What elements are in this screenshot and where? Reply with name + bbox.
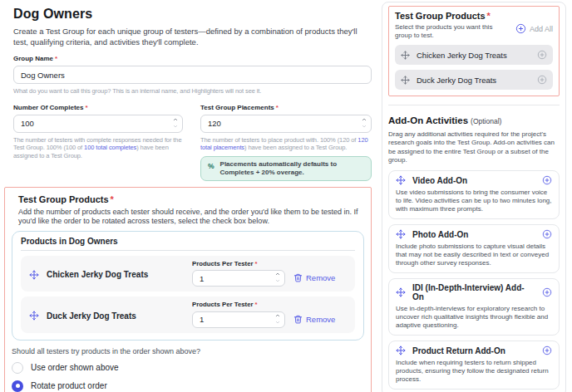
section-description: Add the number of products each tester s… [18,208,364,226]
add-product-icon[interactable] [537,50,547,60]
radio-selected-icon[interactable] [12,380,23,392]
add-addon-icon[interactable] [542,175,552,185]
products-in-group-card: Products in Dog Owners Chicken Jerky Dog… [12,231,364,341]
add-addon-icon[interactable] [542,345,552,355]
product-chip[interactable]: Duck Jerky Dog Treats [395,70,553,90]
remove-product-button[interactable]: Remove [293,273,335,282]
required-asterisk: * [255,260,258,267]
total-completes-link[interactable]: 100 total completes [84,144,136,151]
group-name-label: Group Name* [13,55,372,62]
add-all-button[interactable]: Add All [515,23,553,34]
addons-title: Add-On Activities [388,115,468,125]
placements-stepper [360,117,367,130]
addon-card-photo[interactable]: Photo Add-On Include photo submissions t… [388,224,560,273]
required-asterisk: * [111,194,114,204]
page-title: Dog Owners [13,7,372,22]
drag-handle-icon[interactable] [29,270,39,280]
test-group-products-section: Test Group Products* Add the number of p… [4,187,372,392]
addon-description: Use in-depth-interviews for exploratory … [396,305,552,330]
addon-title: Product Return Add-On [412,346,505,355]
placements-input[interactable] [200,115,372,133]
product-row: Chicken Jerky Dog Treats Products Per Te… [21,256,355,292]
products-per-tester-input[interactable] [192,270,285,287]
divider [388,105,560,105]
completes-stepper [171,117,179,130]
products-per-tester-label: Products Per Tester* [192,301,347,308]
drag-handle-icon[interactable] [396,287,406,297]
completes-helper: The number of testers with complete resp… [13,136,183,160]
stepper-up-icon[interactable] [360,117,367,123]
addon-card-video[interactable]: Video Add-On Use video submissions to br… [388,170,560,219]
stepper-down-icon[interactable] [171,124,179,130]
placements-helper: The number of testers to place product w… [200,136,372,152]
add-addon-icon[interactable] [542,229,552,239]
add-addon-icon[interactable] [542,287,552,297]
group-name-input[interactable] [13,66,372,84]
page-intro: Create a Test Group for each unique grou… [13,27,372,47]
product-name: Chicken Jerky Dog Treats [47,270,148,279]
trash-icon [293,315,303,324]
addon-description: Use video submissions to bring the consu… [396,189,552,213]
radio-unselected-icon[interactable] [12,362,23,374]
required-asterisk: * [487,11,491,21]
placements-label: Test Group Placements* [200,104,372,111]
radio-option-rotate-order[interactable]: Rotate product order [12,380,364,392]
products-per-tester-label: Products Per Tester* [192,260,347,267]
add-product-icon[interactable] [537,75,547,85]
required-asterisk: * [55,55,57,62]
remove-product-button[interactable]: Remove [293,315,335,324]
main-form: Dog Owners Create a Test Group for each … [0,0,377,392]
product-chip-name: Duck Jerky Dog Treats [417,76,496,85]
drag-handle-icon[interactable] [396,229,406,239]
placements-field: Test Group Placements* The number of tes… [200,104,372,181]
drag-handle-icon[interactable] [396,175,406,185]
order-question: Should all testers try products in the o… [12,347,364,355]
percent-icon: % [208,162,214,170]
products-per-tester-input[interactable] [192,311,285,328]
placements-overage-notice: % Placements automatically defaults to C… [200,156,372,181]
section-title: Test Group Products* [18,194,364,204]
group-name-helper: What do you want to call this group? Thi… [13,87,372,96]
drag-handle-icon[interactable] [29,311,39,321]
completes-label: Number Of Completes* [13,104,183,111]
group-name-field: Group Name* What do you want to call thi… [13,55,372,96]
drag-handle-icon[interactable] [401,76,410,85]
addon-title: Video Add-On [412,176,467,185]
addon-title: IDI (In-Depth-Interview) Add-On [412,283,535,301]
plus-circle-icon [515,23,526,34]
sidebar-test-group-products: Test Group Products* Select the products… [388,6,560,96]
addons-description: Drag any additional activities required … [388,130,560,164]
addon-card-product-return[interactable]: Product Return Add-On Include when requi… [388,341,560,390]
page: Dog Owners Create a Test Group for each … [0,0,572,392]
radio-option-use-order[interactable]: Use order shown above [12,362,364,374]
required-asterisk: * [276,104,279,111]
sidebar-products-description: Select the products you want this group … [395,23,500,40]
stepper-down-icon[interactable] [360,124,367,130]
sidebar-panel: Test Group Products* Select the products… [382,2,566,392]
completes-field: Number Of Completes* The number of teste… [13,104,183,181]
addon-description: Include photo submissions to capture vis… [396,243,552,267]
stepper-up-icon[interactable] [171,117,179,123]
product-row: Duck Jerky Dog Treats Products Per Teste… [21,296,355,333]
addon-title: Photo Add-On [412,230,468,239]
required-asterisk: * [255,301,258,308]
notice-text: Placements automatically defaults to Com… [220,160,364,177]
sidebar-products-title: Test Group Products* [395,11,553,21]
product-chip[interactable]: Chicken Jerky Dog Treats [395,45,553,65]
stepper-up-icon[interactable] [274,312,281,318]
products-card-title: Products in Dog Owners [21,237,355,251]
drag-handle-icon[interactable] [396,345,406,355]
drag-handle-icon[interactable] [401,51,410,60]
required-asterisk: * [85,104,87,111]
stepper-down-icon[interactable] [274,319,281,325]
addon-activities-section: Add-On Activities(Optional) Drag any add… [388,112,560,390]
addon-description: Include when requiring testers to return… [396,359,552,384]
product-chip-name: Chicken Jerky Dog Treats [417,51,507,60]
completes-input[interactable] [13,115,183,133]
counts-row: Number Of Completes* The number of teste… [13,104,372,181]
trash-icon [293,273,303,282]
product-name: Duck Jerky Dog Treats [47,311,136,321]
stepper-up-icon[interactable] [274,272,281,277]
addon-card-idi[interactable]: IDI (In-Depth-Interview) Add-On Use in-d… [388,278,560,336]
stepper-down-icon[interactable] [274,278,281,284]
